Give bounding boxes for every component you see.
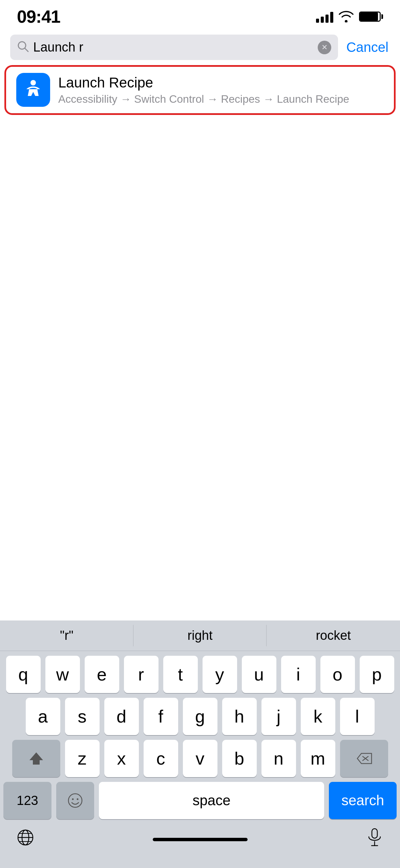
autocomplete-bar: "r" right rocket	[0, 620, 400, 651]
result-icon	[16, 73, 50, 107]
key-s[interactable]: s	[65, 698, 100, 735]
key-d[interactable]: d	[104, 698, 139, 735]
key-c[interactable]: c	[144, 740, 178, 777]
key-j[interactable]: j	[261, 698, 296, 735]
home-indicator	[153, 838, 248, 841]
key-y[interactable]: y	[203, 656, 237, 693]
key-a[interactable]: a	[26, 698, 60, 735]
status-time: 09:41	[17, 6, 60, 27]
status-icons	[316, 11, 383, 23]
svg-rect-14	[372, 829, 377, 838]
battery-icon	[359, 12, 383, 22]
key-row-4: 123 space search	[3, 782, 397, 819]
status-bar: 09:41	[0, 0, 400, 31]
key-i[interactable]: i	[281, 656, 316, 693]
key-u[interactable]: u	[242, 656, 276, 693]
key-f[interactable]: f	[144, 698, 178, 735]
key-p[interactable]: p	[360, 656, 394, 693]
result-title: Launch Recipe	[58, 75, 384, 91]
key-e[interactable]: e	[85, 656, 119, 693]
shift-key[interactable]	[12, 740, 60, 777]
search-key[interactable]: search	[329, 782, 397, 819]
key-row-1: q w e r t y u i o p	[3, 656, 397, 693]
cancel-button[interactable]: Cancel	[345, 40, 390, 55]
search-result-item[interactable]: Launch Recipe Accessibility → Switch Con…	[6, 67, 394, 113]
key-h[interactable]: h	[222, 698, 257, 735]
key-row-2: a s d f g h j k l	[3, 698, 397, 735]
search-bar-container: Launch r ✕ Cancel	[0, 31, 400, 64]
svg-point-2	[30, 80, 36, 85]
numeric-key[interactable]: 123	[3, 782, 51, 819]
keyboard: "r" right rocket q w e r t y u i o p a s…	[0, 620, 400, 868]
svg-point-7	[72, 798, 74, 800]
key-t[interactable]: t	[163, 656, 198, 693]
key-row-3: z x c v b n m	[3, 740, 397, 777]
space-key[interactable]: space	[99, 782, 324, 819]
key-q[interactable]: q	[6, 656, 41, 693]
emoji-key[interactable]	[56, 782, 94, 819]
key-b[interactable]: b	[222, 740, 257, 777]
bottom-toolbar	[0, 824, 400, 854]
autocomplete-item-0[interactable]: "r"	[0, 620, 133, 651]
key-m[interactable]: m	[301, 740, 335, 777]
key-w[interactable]: w	[45, 656, 80, 693]
svg-line-1	[25, 48, 28, 52]
globe-icon[interactable]	[10, 827, 41, 848]
result-text: Launch Recipe Accessibility → Switch Con…	[58, 75, 384, 105]
keyboard-keys: q w e r t y u i o p a s d f g h j k l	[0, 651, 400, 819]
svg-point-6	[68, 794, 82, 807]
key-r[interactable]: r	[124, 656, 159, 693]
wifi-icon	[339, 11, 354, 23]
key-k[interactable]: k	[301, 698, 335, 735]
svg-point-8	[77, 798, 79, 800]
svg-marker-3	[29, 752, 43, 765]
autocomplete-item-2[interactable]: rocket	[267, 620, 400, 651]
signal-icon	[316, 11, 333, 23]
key-g[interactable]: g	[183, 698, 217, 735]
microphone-icon[interactable]	[359, 827, 390, 848]
autocomplete-item-1[interactable]: right	[133, 620, 267, 651]
search-icon	[17, 40, 29, 55]
result-breadcrumb: Accessibility → Switch Control → Recipes…	[58, 93, 384, 105]
clear-button[interactable]: ✕	[318, 41, 331, 54]
key-x[interactable]: x	[104, 740, 139, 777]
search-bar[interactable]: Launch r ✕	[10, 35, 338, 60]
key-z[interactable]: z	[65, 740, 100, 777]
delete-key[interactable]	[340, 740, 388, 777]
search-input[interactable]: Launch r	[33, 40, 314, 55]
key-o[interactable]: o	[320, 656, 355, 693]
key-l[interactable]: l	[340, 698, 375, 735]
key-n[interactable]: n	[261, 740, 296, 777]
key-v[interactable]: v	[183, 740, 217, 777]
